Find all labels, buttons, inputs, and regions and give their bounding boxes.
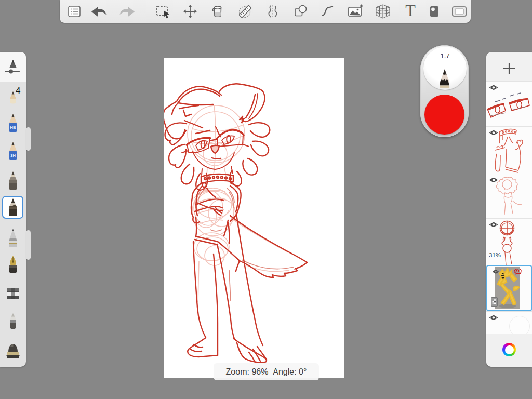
svg-text:T: T [405,3,416,20]
svg-text:3H: 3H [10,153,16,158]
svg-text:HB: HB [10,125,16,130]
